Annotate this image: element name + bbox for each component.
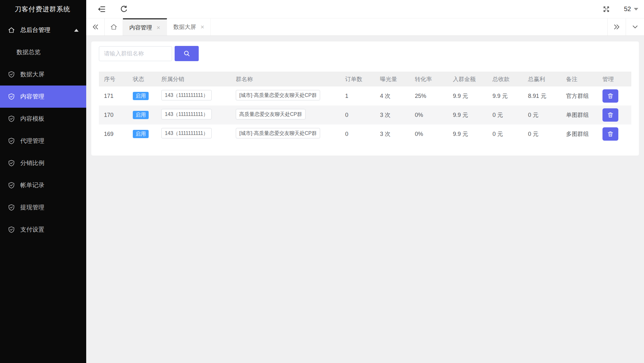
sidebar-item-label: 代理管理 — [20, 137, 44, 145]
sidebar-item-withdrawal-mgmt[interactable]: 提现管理 — [0, 196, 86, 219]
shield-check-icon — [8, 181, 15, 189]
table-row: 169 启用 143（1111111111） [城市]·高质量恋爱交友聊天处CP… — [99, 124, 631, 143]
cell-remark: 多图群组 — [562, 124, 599, 143]
table-row: 171 启用 143（1111111111） [城市]·高质量恋爱交友聊天处CP… — [99, 86, 631, 105]
shield-check-icon — [8, 226, 15, 233]
main-content: 序号 状态 所属分销 群名称 订单数 曝光量 转化率 入群金额 总收款 总赢利 … — [86, 36, 644, 363]
cell-orders: 0 — [341, 124, 376, 143]
sidebar-item-distribution-ratio[interactable]: 分销比例 — [0, 152, 86, 174]
sidebar-item-agent-mgmt[interactable]: 代理管理 — [0, 130, 86, 152]
search-button[interactable] — [175, 46, 199, 61]
cell-total-received: 9.9 元 — [489, 86, 524, 105]
cell-id: 171 — [99, 86, 129, 105]
user-dropdown[interactable]: 52 — [624, 5, 638, 13]
shield-check-icon — [8, 115, 15, 123]
trash-icon — [607, 131, 614, 137]
topbar: 52 — [86, 0, 644, 18]
cell-id: 169 — [99, 124, 129, 143]
cell-total-profit: 0 元 — [524, 124, 562, 143]
col-header-orders: 订单数 — [341, 72, 376, 86]
col-header-exposure: 曝光量 — [376, 72, 411, 86]
user-name: 52 — [624, 5, 631, 13]
close-icon[interactable]: × — [157, 24, 160, 31]
group-name-box: [城市]·高质量恋爱交友聊天处CP群 — [236, 90, 320, 100]
shield-check-icon — [8, 159, 15, 167]
table-header-row: 序号 状态 所属分销 群名称 订单数 曝光量 转化率 入群金额 总收款 总赢利 … — [99, 72, 631, 86]
trash-icon — [607, 92, 614, 99]
cell-join-amount: 9.9 元 — [449, 124, 489, 143]
sidebar-item-data-overview[interactable]: 数据总览 — [0, 41, 86, 63]
col-header-total-profit: 总赢利 — [524, 72, 562, 86]
delete-button[interactable] — [602, 89, 618, 103]
cell-exposure: 3 次 — [376, 124, 411, 143]
fullscreen-icon[interactable] — [602, 5, 610, 13]
menu-fold-icon[interactable] — [98, 5, 106, 13]
tab-label: 数据大屏 — [173, 23, 196, 31]
sidebar-item-admin-root[interactable]: 总后台管理 — [0, 19, 86, 41]
sidebar-item-content-template[interactable]: 内容模板 — [0, 108, 86, 130]
cell-total-received: 0 元 — [489, 124, 524, 143]
col-header-remark: 备注 — [562, 72, 599, 86]
tab-home-button[interactable] — [105, 18, 123, 35]
cell-remark: 官方群组 — [562, 86, 599, 105]
topbar-right: 52 — [602, 5, 644, 13]
delete-button[interactable] — [602, 127, 618, 141]
caret-down-icon — [634, 8, 638, 10]
cell-join-amount: 9.9 元 — [449, 86, 489, 105]
sidebar-menu: 总后台管理 数据总览 数据大屏 内容管理 — [0, 18, 86, 241]
app-title: 刀客付费进群系统 — [0, 0, 86, 18]
search-row — [99, 46, 631, 61]
sidebar-item-label: 内容模板 — [20, 115, 44, 123]
refresh-icon[interactable] — [120, 5, 128, 13]
col-header-total-received: 总收款 — [489, 72, 524, 86]
col-header-conversion: 转化率 — [411, 72, 449, 86]
col-header-distributor: 所属分销 — [158, 72, 232, 86]
cell-id: 170 — [99, 105, 129, 124]
col-header-id: 序号 — [99, 72, 129, 86]
sidebar-item-label: 分销比例 — [20, 159, 44, 167]
distributor-box: 143（1111111111） — [161, 109, 212, 119]
cell-exposure: 3 次 — [376, 105, 411, 124]
sidebar-item-billing-records[interactable]: 帐单记录 — [0, 174, 86, 196]
distributor-box: 143（1111111111） — [161, 128, 212, 138]
sidebar-item-label: 支付设置 — [20, 226, 44, 234]
table-row: 170 启用 143（1111111111） 高质量恋爱交友聊天处CP群 0 3… — [99, 105, 631, 124]
col-header-manage: 管理 — [599, 72, 631, 86]
close-icon[interactable]: × — [201, 24, 204, 30]
shield-check-icon — [8, 204, 15, 211]
col-header-group-name: 群名称 — [232, 72, 341, 86]
status-badge: 启用 — [133, 92, 149, 100]
status-badge: 启用 — [133, 111, 149, 119]
sidebar-item-label: 帐单记录 — [20, 181, 44, 189]
cell-total-profit: 0 元 — [524, 105, 562, 124]
cell-conversion: 0% — [411, 105, 449, 124]
sidebar-item-content-mgmt[interactable]: 内容管理 — [0, 86, 86, 108]
tabs-menu-button[interactable] — [626, 18, 644, 35]
tab-content-mgmt[interactable]: 内容管理 × — [123, 18, 167, 35]
sidebar-item-payment-settings[interactable]: 支付设置 — [0, 219, 86, 241]
cell-total-profit: 8.91 元 — [524, 86, 562, 105]
sidebar-item-label: 总后台管理 — [20, 26, 50, 34]
cell-exposure: 4 次 — [376, 86, 411, 105]
groups-table: 序号 状态 所属分销 群名称 订单数 曝光量 转化率 入群金额 总收款 总赢利 … — [99, 72, 631, 143]
tab-data-screen[interactable]: 数据大屏 × — [167, 18, 211, 35]
tabbar: 内容管理 × 数据大屏 × — [86, 18, 644, 36]
tabs-scroll-left-button[interactable] — [86, 18, 105, 35]
shield-check-icon — [8, 71, 15, 78]
col-header-status: 状态 — [129, 72, 158, 86]
home-icon — [8, 26, 15, 34]
sidebar: 刀客付费进群系统 总后台管理 数据总览 数据大屏 — [0, 0, 86, 363]
distributor-box: 143（1111111111） — [161, 90, 212, 100]
delete-button[interactable] — [602, 108, 618, 122]
status-badge: 启用 — [133, 130, 149, 138]
sidebar-item-label: 数据大屏 — [20, 70, 44, 79]
tabs-scroll-right-button[interactable] — [607, 18, 626, 35]
sidebar-item-data-screen[interactable]: 数据大屏 — [0, 63, 86, 86]
group-name-search-input[interactable] — [99, 46, 172, 61]
trash-icon — [607, 111, 614, 118]
sidebar-item-label: 提现管理 — [20, 203, 44, 212]
cell-conversion: 0% — [411, 124, 449, 143]
caret-up-icon — [74, 29, 79, 32]
cell-total-received: 0 元 — [489, 105, 524, 124]
cell-remark: 单图群组 — [562, 105, 599, 124]
